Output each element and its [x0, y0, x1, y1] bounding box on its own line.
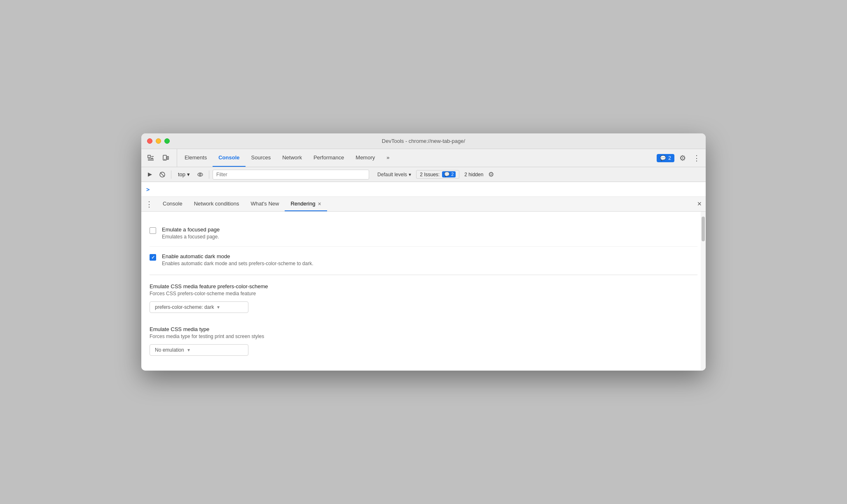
bottom-tab-menu-icon[interactable]: ⋮ — [141, 197, 157, 211]
hidden-count: 2 hidden — [461, 172, 487, 177]
dark-mode-desc: Enables automatic dark mode and sets pre… — [162, 261, 314, 266]
svg-rect-6 — [167, 156, 168, 159]
inspect-icon[interactable] — [145, 152, 157, 164]
toolbar-divider-2 — [209, 170, 209, 179]
device-icon[interactable] — [159, 152, 172, 164]
bottom-tabs-bar: ⋮ Console Network conditions What's New … — [141, 197, 706, 212]
minimize-button[interactable] — [156, 138, 161, 144]
rendering-content: Emulate a focused page Emulates a focuse… — [141, 212, 706, 371]
dark-mode-checkbox[interactable] — [150, 254, 156, 261]
issues-count-badge[interactable]: 2 Issues: 💬 2 — [416, 170, 459, 179]
rendering-tab-close[interactable]: × — [318, 201, 321, 207]
bottom-tab-whats-new[interactable]: What's New — [245, 197, 285, 211]
svg-line-10 — [160, 173, 164, 177]
scrollbar-thumb[interactable] — [702, 217, 705, 241]
chevron-down-icon: ▾ — [217, 304, 220, 310]
css-media-value: prefers-color-scheme: dark — [155, 304, 214, 310]
svg-rect-0 — [148, 155, 150, 158]
nav-bar: Elements Console Sources Network Perform… — [141, 149, 706, 167]
toolbar-divider-1 — [171, 170, 171, 179]
focused-page-text: Emulate a focused page Emulates a focuse… — [162, 226, 220, 240]
css-media-desc: Forces CSS prefers-color-scheme media fe… — [150, 291, 697, 296]
dark-mode-setting: Enable automatic dark mode Enables autom… — [150, 246, 697, 273]
bottom-tab-rendering[interactable]: Rendering × — [285, 197, 327, 211]
default-levels-selector[interactable]: Default levels ▾ — [374, 172, 414, 177]
focused-page-desc: Emulates a focused page. — [162, 234, 220, 240]
eye-icon[interactable] — [195, 169, 206, 180]
nav-tabs: Elements Console Sources Network Perform… — [179, 149, 657, 167]
css-media-type-value: No emulation — [155, 347, 184, 353]
console-input-area[interactable]: > — [141, 182, 706, 197]
bottom-panel: ⋮ Console Network conditions What's New … — [141, 197, 706, 371]
traffic-lights — [147, 138, 170, 144]
focused-page-title: Emulate a focused page — [162, 226, 220, 233]
window-title: DevTools - chrome://new-tab-page/ — [382, 138, 465, 144]
devtools-window: DevTools - chrome://new-tab-page/ — [141, 133, 706, 371]
maximize-button[interactable] — [164, 138, 170, 144]
more-options-button[interactable]: ⋮ — [691, 152, 702, 164]
css-media-section: Emulate CSS media feature prefers-color-… — [150, 277, 697, 320]
focused-page-setting: Emulate a focused page Emulates a focuse… — [150, 220, 697, 246]
issues-badge[interactable]: 💬 2 — [657, 154, 674, 162]
tab-elements[interactable]: Elements — [179, 149, 213, 167]
rendering-content-wrapper: Emulate a focused page Emulates a focuse… — [141, 212, 706, 371]
run-script-button[interactable] — [145, 169, 155, 180]
chevron-down-icon: ▾ — [187, 171, 190, 177]
focused-page-checkbox[interactable] — [150, 227, 156, 234]
dark-mode-title: Enable automatic dark mode — [162, 253, 314, 259]
issues-icon: 💬 2 — [442, 171, 456, 177]
clear-console-button[interactable] — [157, 169, 168, 180]
bottom-tab-console[interactable]: Console — [157, 197, 188, 211]
css-media-title: Emulate CSS media feature prefers-color-… — [150, 283, 697, 289]
title-bar: DevTools - chrome://new-tab-page/ — [141, 133, 706, 149]
issues-badge-icon: 💬 — [660, 155, 666, 161]
chevron-down-icon: ▾ — [187, 347, 190, 353]
tab-memory[interactable]: Memory — [350, 149, 381, 167]
nav-icons — [145, 149, 177, 167]
scrollbar[interactable] — [701, 212, 706, 371]
css-media-type-dropdown[interactable]: No emulation ▾ — [150, 344, 248, 356]
css-media-type-section: Emulate CSS media type Forces media type… — [150, 320, 697, 362]
svg-point-11 — [198, 173, 203, 176]
console-settings-icon[interactable]: ⚙ — [488, 170, 494, 178]
dark-mode-text: Enable automatic dark mode Enables autom… — [162, 253, 314, 266]
close-button[interactable] — [147, 138, 152, 144]
tab-console[interactable]: Console — [213, 149, 245, 167]
tab-more[interactable]: » — [381, 149, 395, 167]
console-toolbar: top ▾ Default levels ▾ 2 Issues: 💬 2 2 h… — [141, 167, 706, 182]
nav-right: 💬 2 ⚙ ⋮ — [657, 149, 702, 167]
css-media-type-title: Emulate CSS media type — [150, 326, 697, 332]
bottom-tab-network-conditions[interactable]: Network conditions — [188, 197, 245, 211]
rendering-settings: Emulate a focused page Emulates a focuse… — [150, 220, 697, 362]
console-prompt: > — [146, 186, 150, 193]
main-content: Emulate a focused page Emulates a focuse… — [141, 212, 706, 371]
tab-network[interactable]: Network — [276, 149, 308, 167]
context-selector[interactable]: top ▾ — [175, 171, 193, 177]
svg-point-12 — [199, 174, 201, 175]
chevron-down-icon: ▾ — [409, 172, 411, 177]
close-drawer-icon[interactable]: × — [697, 197, 706, 211]
css-media-type-desc: Forces media type for testing print and … — [150, 334, 697, 339]
tab-performance[interactable]: Performance — [308, 149, 350, 167]
section-divider — [150, 275, 697, 275]
svg-marker-8 — [148, 173, 152, 177]
tab-sources[interactable]: Sources — [246, 149, 277, 167]
filter-input[interactable] — [213, 170, 369, 180]
css-media-dropdown[interactable]: prefers-color-scheme: dark ▾ — [150, 301, 248, 313]
settings-button[interactable]: ⚙ — [677, 152, 688, 164]
